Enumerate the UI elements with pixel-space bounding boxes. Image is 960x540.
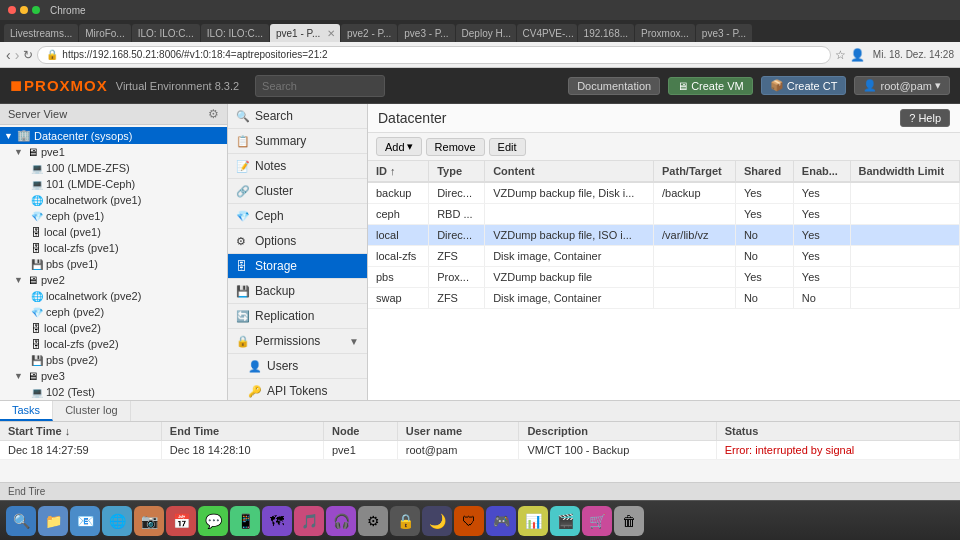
col-id[interactable]: ID ↑ [368, 161, 429, 182]
tree-item-vm101[interactable]: 💻 101 (LMDE-Ceph) [0, 176, 227, 192]
table-row[interactable]: swap ZFS Disk image, Container No No [368, 288, 960, 309]
tab-cluster-log[interactable]: Cluster log [53, 401, 131, 421]
nav-item-replication[interactable]: 🔄 Replication [228, 304, 367, 329]
dock-icon-maps[interactable]: 🗺 [262, 506, 292, 536]
tree-item-localnet-pve1[interactable]: 🌐 localnetwork (pve1) [0, 192, 227, 208]
task-row[interactable]: Dec 18 14:27:59 Dec 18 14:28:10 pve1 roo… [0, 441, 960, 460]
user-button[interactable]: 👤 root@pam ▾ [854, 76, 950, 95]
tab-proxmox[interactable]: Proxmox... [635, 24, 695, 42]
col-user[interactable]: User name [397, 422, 519, 441]
dock-icon-trash[interactable]: 🗑 [614, 506, 644, 536]
tab-pve2[interactable]: pve2 - P... [341, 24, 397, 42]
dock-icon-music[interactable]: 🎵 [294, 506, 324, 536]
bookmark-icon[interactable]: ☆ [835, 48, 846, 62]
tab-ip[interactable]: 192.168... [578, 24, 634, 42]
col-enabled[interactable]: Enab... [793, 161, 850, 182]
col-end-time[interactable]: End Time [161, 422, 323, 441]
col-content[interactable]: Content [485, 161, 654, 182]
tab-livestreams[interactable]: Livestreams... [4, 24, 78, 42]
table-row[interactable]: backup Direc... VZDump backup file, Disk… [368, 182, 960, 204]
dock-icon-settings[interactable]: ⚙ [358, 506, 388, 536]
nav-item-ceph[interactable]: 💎 Ceph [228, 204, 367, 229]
tab-mirofo[interactable]: MiroFo... [79, 24, 130, 42]
dock-icon-folder[interactable]: 📁 [38, 506, 68, 536]
nav-item-notes[interactable]: 📝 Notes [228, 154, 367, 179]
create-vm-button[interactable]: 🖥 Create VM [668, 77, 753, 95]
dock-icon-podcasts[interactable]: 🎧 [326, 506, 356, 536]
nav-item-backup[interactable]: 💾 Backup [228, 279, 367, 304]
dock-icon-facetime[interactable]: 📱 [230, 506, 260, 536]
dock-icon-calendar[interactable]: 📅 [166, 506, 196, 536]
col-start-time[interactable]: Start Time ↓ [0, 422, 161, 441]
dock-icon-mail[interactable]: 📧 [70, 506, 100, 536]
tree-item-localzfs-pve1[interactable]: 🗄 local-zfs (pve1) [0, 240, 227, 256]
tree-item-vm102[interactable]: 💻 102 (Test) [0, 384, 227, 400]
profile-icon[interactable]: 👤 [850, 48, 865, 62]
dock-icon-video[interactable]: 🎬 [550, 506, 580, 536]
tab-pve1[interactable]: pve1 - P... ✕ [270, 24, 340, 42]
maximize-dot[interactable] [32, 6, 40, 14]
documentation-button[interactable]: Documentation [568, 77, 660, 95]
forward-button[interactable]: › [15, 47, 20, 63]
nav-item-search[interactable]: 🔍 Search [228, 104, 367, 129]
tree-item-pbs-pve2[interactable]: 💾 pbs (pve2) [0, 352, 227, 368]
nav-item-options[interactable]: ⚙ Options [228, 229, 367, 254]
col-bandwidth[interactable]: Bandwidth Limit [850, 161, 960, 182]
tab-deploy[interactable]: Deploy H... [456, 24, 516, 42]
nav-item-storage[interactable]: 🗄 Storage [228, 254, 367, 279]
dock-icon-shield[interactable]: 🛡 [454, 506, 484, 536]
nav-item-api-tokens[interactable]: 🔑 API Tokens [228, 379, 367, 400]
dock-icon-messages[interactable]: 💬 [198, 506, 228, 536]
tree-item-pbs-pve1[interactable]: 💾 pbs (pve1) [0, 256, 227, 272]
tree-item-local-pve1[interactable]: 🗄 local (pve1) [0, 224, 227, 240]
table-row[interactable]: pbs Prox... VZDump backup file Yes Yes [368, 267, 960, 288]
tab-ilo2[interactable]: ILO: ILO:C... [201, 24, 269, 42]
create-ct-button[interactable]: 📦 Create CT [761, 76, 847, 95]
tree-item-local-pve2[interactable]: 🗄 local (pve2) [0, 320, 227, 336]
tree-item-localzfs-pve2[interactable]: 🗄 local-zfs (pve2) [0, 336, 227, 352]
edit-button[interactable]: Edit [489, 138, 526, 156]
dock-icon-store[interactable]: 🛒 [582, 506, 612, 536]
tree-item-ceph-pve2[interactable]: 💎 ceph (pve2) [0, 304, 227, 320]
pve-search-input[interactable] [255, 75, 385, 97]
minimize-dot[interactable] [20, 6, 28, 14]
sidebar-settings-icon[interactable]: ⚙ [208, 107, 219, 121]
col-desc[interactable]: Description [519, 422, 716, 441]
col-type[interactable]: Type [429, 161, 485, 182]
tree-item-pve3[interactable]: ▼ 🖥 pve3 [0, 368, 227, 384]
tree-item-pve1[interactable]: ▼ 🖥 pve1 [0, 144, 227, 160]
col-shared[interactable]: Shared [735, 161, 793, 182]
dock-icon-night[interactable]: 🌙 [422, 506, 452, 536]
dock-icon-safari[interactable]: 🌐 [102, 506, 132, 536]
col-status[interactable]: Status [716, 422, 959, 441]
url-bar[interactable]: 🔒 https://192.168.50.21:8006/#v1:0:18:4=… [37, 46, 831, 64]
tab-pve3b[interactable]: pve3 - P... [696, 24, 752, 42]
table-row[interactable]: local-zfs ZFS Disk image, Container No Y… [368, 246, 960, 267]
help-button[interactable]: ? Help [900, 109, 950, 127]
tree-item-vm100[interactable]: 💻 100 (LMDE-ZFS) [0, 160, 227, 176]
nav-item-users[interactable]: 👤 Users [228, 354, 367, 379]
nav-item-cluster[interactable]: 🔗 Cluster [228, 179, 367, 204]
nav-item-summary[interactable]: 📋 Summary [228, 129, 367, 154]
add-button[interactable]: Add ▾ [376, 137, 422, 156]
table-row-selected[interactable]: local Direc... VZDump backup file, ISO i… [368, 225, 960, 246]
col-node[interactable]: Node [323, 422, 397, 441]
back-button[interactable]: ‹ [6, 47, 11, 63]
nav-item-permissions[interactable]: 🔒 Permissions ▼ [228, 329, 367, 354]
tree-item-datacenter[interactable]: ▼ 🏢 Datacenter (sysops) [0, 127, 227, 144]
dock-icon-game[interactable]: 🎮 [486, 506, 516, 536]
table-row[interactable]: ceph RBD ... Yes Yes [368, 204, 960, 225]
remove-button[interactable]: Remove [426, 138, 485, 156]
tree-item-ceph-pve1[interactable]: 💎 ceph (pve1) [0, 208, 227, 224]
tab-pve3a[interactable]: pve3 - P... [398, 24, 454, 42]
reload-button[interactable]: ↻ [23, 48, 33, 62]
tab-tasks[interactable]: Tasks [0, 401, 53, 421]
dock-icon-security[interactable]: 🔒 [390, 506, 420, 536]
tree-item-pve2[interactable]: ▼ 🖥 pve2 [0, 272, 227, 288]
col-path[interactable]: Path/Target [654, 161, 736, 182]
close-dot[interactable] [8, 6, 16, 14]
tree-item-localnet-pve2[interactable]: 🌐 localnetwork (pve2) [0, 288, 227, 304]
dock-icon-finder[interactable]: 🔍 [6, 506, 36, 536]
tab-ilo1[interactable]: ILO: ILO:C... [132, 24, 200, 42]
tab-cv4pve[interactable]: CV4PVE-... [517, 24, 577, 42]
